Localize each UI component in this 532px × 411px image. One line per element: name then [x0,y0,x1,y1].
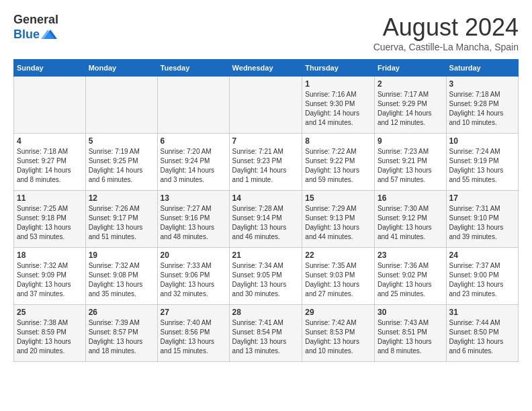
day-info: Sunrise: 7:32 AMSunset: 9:08 PMDaylight:… [89,262,143,298]
table-row: 5 Sunrise: 7:19 AMSunset: 9:25 PMDayligh… [85,134,157,191]
day-number: 29 [305,308,371,317]
day-number: 7 [232,136,300,146]
day-number: 27 [161,308,226,317]
table-row: 20 Sunrise: 7:33 AMSunset: 9:06 PMDaylig… [157,248,229,305]
table-row: 7 Sunrise: 7:21 AMSunset: 9:23 PMDayligh… [229,134,302,191]
day-info: Sunrise: 7:42 AMSunset: 8:53 PMDaylight:… [305,319,359,355]
col-wednesday: Wednesday [229,60,302,77]
day-number: 13 [161,193,226,203]
day-number: 12 [89,193,154,203]
day-number: 14 [232,193,300,203]
col-tuesday: Tuesday [157,60,229,77]
day-info: Sunrise: 7:41 AMSunset: 8:54 PMDaylight:… [232,319,287,355]
day-number: 17 [449,193,515,203]
day-number: 18 [17,250,83,260]
day-info: Sunrise: 7:20 AMSunset: 9:24 PMDaylight:… [161,148,215,183]
day-number: 23 [378,250,443,260]
day-info: Sunrise: 7:22 AMSunset: 9:22 PMDaylight:… [305,148,359,183]
day-number: 24 [449,250,515,260]
day-number: 26 [89,308,154,317]
day-number: 11 [17,193,83,203]
table-row: 30 Sunrise: 7:43 AMSunset: 8:51 PMDaylig… [374,305,446,362]
table-row: 23 Sunrise: 7:36 AMSunset: 9:02 PMDaylig… [374,248,446,305]
day-info: Sunrise: 7:18 AMSunset: 9:28 PMDaylight:… [449,91,504,126]
day-number: 10 [449,136,515,146]
day-number: 15 [305,193,371,203]
calendar-week-row: 4 Sunrise: 7:18 AMSunset: 9:27 PMDayligh… [14,134,519,191]
day-info: Sunrise: 7:16 AMSunset: 9:30 PMDaylight:… [305,91,359,126]
day-info: Sunrise: 7:26 AMSunset: 9:17 PMDaylight:… [89,205,143,240]
day-info: Sunrise: 7:29 AMSunset: 9:13 PMDaylight:… [305,205,359,240]
day-number: 22 [305,250,371,260]
day-info: Sunrise: 7:21 AMSunset: 9:23 PMDaylight:… [232,148,287,183]
table-row: 8 Sunrise: 7:22 AMSunset: 9:22 PMDayligh… [302,134,375,191]
calendar-header-row: Sunday Monday Tuesday Wednesday Thursday… [14,60,519,77]
day-info: Sunrise: 7:40 AMSunset: 8:56 PMDaylight:… [161,319,215,355]
table-row: 26 Sunrise: 7:39 AMSunset: 8:57 PMDaylig… [85,305,157,362]
table-row: 11 Sunrise: 7:25 AMSunset: 9:18 PMDaylig… [14,191,86,248]
col-thursday: Thursday [302,60,375,77]
day-info: Sunrise: 7:30 AMSunset: 9:12 PMDaylight:… [378,205,432,240]
day-number: 1 [305,79,371,89]
table-row: 22 Sunrise: 7:35 AMSunset: 9:03 PMDaylig… [302,248,375,305]
table-row [229,77,302,134]
day-info: Sunrise: 7:35 AMSunset: 9:03 PMDaylight:… [305,262,359,298]
day-info: Sunrise: 7:24 AMSunset: 9:19 PMDaylight:… [449,148,504,183]
day-info: Sunrise: 7:38 AMSunset: 8:59 PMDaylight:… [17,319,71,355]
table-row: 1 Sunrise: 7:16 AMSunset: 9:30 PMDayligh… [302,77,375,134]
table-row: 18 Sunrise: 7:32 AMSunset: 9:09 PMDaylig… [14,248,86,305]
logo: General Blue [13,13,58,43]
table-row: 4 Sunrise: 7:18 AMSunset: 9:27 PMDayligh… [14,134,86,191]
table-row: 25 Sunrise: 7:38 AMSunset: 8:59 PMDaylig… [14,305,86,362]
day-info: Sunrise: 7:23 AMSunset: 9:21 PMDaylight:… [378,148,432,183]
day-number: 20 [161,250,226,260]
day-info: Sunrise: 7:37 AMSunset: 9:00 PMDaylight:… [449,262,504,298]
calendar-table: Sunday Monday Tuesday Wednesday Thursday… [13,59,519,362]
day-info: Sunrise: 7:28 AMSunset: 9:14 PMDaylight:… [232,205,287,240]
table-row: 10 Sunrise: 7:24 AMSunset: 9:19 PMDaylig… [446,134,518,191]
table-row: 15 Sunrise: 7:29 AMSunset: 9:13 PMDaylig… [302,191,375,248]
table-row [85,77,157,134]
day-info: Sunrise: 7:33 AMSunset: 9:06 PMDaylight:… [161,262,215,298]
table-row: 9 Sunrise: 7:23 AMSunset: 9:21 PMDayligh… [374,134,446,191]
day-info: Sunrise: 7:18 AMSunset: 9:27 PMDaylight:… [17,148,71,183]
table-row: 28 Sunrise: 7:41 AMSunset: 8:54 PMDaylig… [229,305,302,362]
day-info: Sunrise: 7:32 AMSunset: 9:09 PMDaylight:… [17,262,71,298]
day-number: 31 [449,308,515,317]
table-row: 13 Sunrise: 7:27 AMSunset: 9:16 PMDaylig… [157,191,229,248]
day-number: 8 [305,136,371,146]
col-monday: Monday [85,60,157,77]
calendar-week-row: 11 Sunrise: 7:25 AMSunset: 9:18 PMDaylig… [14,191,519,248]
table-row: 19 Sunrise: 7:32 AMSunset: 9:08 PMDaylig… [85,248,157,305]
day-number: 19 [89,250,154,260]
location-text: Cuerva, Castille-La Mancha, Spain [373,42,519,52]
table-row [157,77,229,134]
day-number: 21 [232,250,300,260]
day-number: 4 [17,136,83,146]
title-area: August 2024 Cuerva, Castille-La Mancha, … [373,13,519,52]
day-info: Sunrise: 7:31 AMSunset: 9:10 PMDaylight:… [449,205,504,240]
day-info: Sunrise: 7:34 AMSunset: 9:05 PMDaylight:… [232,262,287,298]
day-number: 28 [232,308,300,317]
table-row: 21 Sunrise: 7:34 AMSunset: 9:05 PMDaylig… [229,248,302,305]
day-info: Sunrise: 7:44 AMSunset: 8:50 PMDaylight:… [449,319,504,355]
month-title: August 2024 [373,13,519,42]
day-number: 9 [378,136,443,146]
day-info: Sunrise: 7:17 AMSunset: 9:29 PMDaylight:… [378,91,432,126]
table-row: 31 Sunrise: 7:44 AMSunset: 8:50 PMDaylig… [446,305,518,362]
day-info: Sunrise: 7:39 AMSunset: 8:57 PMDaylight:… [89,319,143,355]
day-number: 25 [17,308,83,317]
day-number: 5 [89,136,154,146]
col-saturday: Saturday [446,60,518,77]
calendar-week-row: 1 Sunrise: 7:16 AMSunset: 9:30 PMDayligh… [14,77,519,134]
table-row: 27 Sunrise: 7:40 AMSunset: 8:56 PMDaylig… [157,305,229,362]
day-number: 30 [378,308,443,317]
table-row: 29 Sunrise: 7:42 AMSunset: 8:53 PMDaylig… [302,305,375,362]
logo-general-text: General [13,13,58,27]
day-info: Sunrise: 7:36 AMSunset: 9:02 PMDaylight:… [378,262,432,298]
day-number: 3 [449,79,515,89]
table-row: 16 Sunrise: 7:30 AMSunset: 9:12 PMDaylig… [374,191,446,248]
day-info: Sunrise: 7:19 AMSunset: 9:25 PMDaylight:… [89,148,143,183]
day-info: Sunrise: 7:25 AMSunset: 9:18 PMDaylight:… [17,205,71,240]
table-row [14,77,86,134]
